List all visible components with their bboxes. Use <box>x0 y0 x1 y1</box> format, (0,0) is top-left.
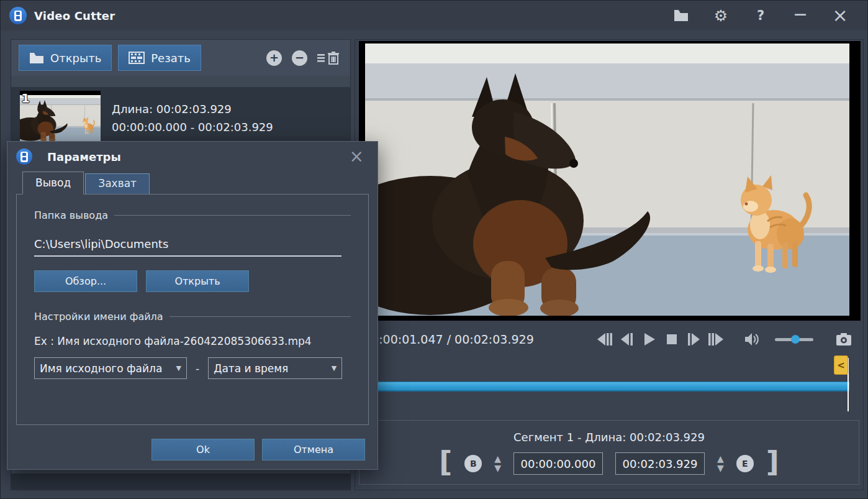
next-keyframe-button[interactable] <box>708 331 725 347</box>
filename-example: Ex : Имя исходного файла-260422085306633… <box>34 335 351 347</box>
segment-start-field[interactable]: 00:00:00.000 <box>513 452 603 475</box>
clear-list-button[interactable] <box>317 52 339 65</box>
dialog-logo-icon <box>16 149 32 165</box>
spin-down-icon[interactable]: ▼ <box>717 465 724 472</box>
stop-button[interactable] <box>663 331 680 347</box>
app-title: Video Cutter <box>34 9 115 22</box>
segment-title: Сегмент 1 - Длина: 00:02:03.929 <box>359 431 859 444</box>
output-path-field[interactable]: C:\Users\lipi\Documents <box>34 237 341 257</box>
cancel-button[interactable]: Отмена <box>262 439 365 460</box>
open-folder-icon[interactable] <box>672 7 690 24</box>
remove-file-button[interactable]: − <box>292 50 307 66</box>
volume-slider-thumb[interactable] <box>791 335 800 344</box>
end-marker-glyph: < <box>837 360 845 371</box>
tab-output[interactable]: Вывод <box>22 172 84 195</box>
app-logo-icon <box>9 7 27 24</box>
set-end-button[interactable]: E <box>736 455 754 472</box>
file-list-toolbar: Открыть Резать + − <box>11 40 350 76</box>
minimize-button[interactable]: — <box>792 7 809 24</box>
video-preview <box>359 41 861 321</box>
previous-frame-button[interactable] <box>618 331 635 347</box>
browse-button[interactable]: Обзор... <box>34 270 137 292</box>
dialog-tabs: Вывод Захват <box>22 172 377 194</box>
trash-icon <box>328 52 339 65</box>
time-display: 00:00:01.047 / 00:02:03.929 <box>364 332 534 346</box>
open-file-button[interactable]: Открыть <box>19 45 112 71</box>
file-thumbnail: 1 <box>20 91 101 145</box>
group-divider <box>114 215 351 216</box>
playback-controls: 00:00:01.047 / 00:02:03.929 <box>355 323 863 355</box>
folder-icon <box>29 52 44 64</box>
video-scene <box>365 43 849 316</box>
title-bar: Video Cutter ⚙ ? — × <box>1 1 867 30</box>
app-window: Video Cutter ⚙ ? — × Открыть <box>0 0 868 499</box>
filmstrip-icon <box>129 52 145 64</box>
file-range-text: 00:00:00.000 - 00:02:03.929 <box>112 121 273 134</box>
cut-label: Резать <box>151 52 191 65</box>
dialog-header: Параметры × <box>7 142 377 172</box>
group-divider <box>170 316 351 317</box>
volume-icon[interactable] <box>744 331 761 347</box>
segment-close-bracket: ] <box>766 452 779 472</box>
open-file-label: Открыть <box>50 52 101 65</box>
chevron-down-icon: ▼ <box>176 364 181 372</box>
spin-up-icon[interactable]: ▲ <box>494 456 501 462</box>
list-icon <box>317 52 326 63</box>
cut-button[interactable]: Резать <box>118 45 201 71</box>
ok-button[interactable]: Ok <box>151 439 255 460</box>
player-panel: 00:00:01.047 / 00:02:03.929 <box>355 39 864 490</box>
open-folder-button[interactable]: Открыть <box>146 270 249 292</box>
add-file-button[interactable]: + <box>266 50 282 66</box>
filename-part2-dropdown[interactable]: Дата и время ▼ <box>208 357 342 379</box>
filename-joiner: - <box>196 362 199 375</box>
timeline: < <box>355 355 863 418</box>
next-frame-button[interactable] <box>685 331 702 347</box>
filename-group-label: Настройки имени файла <box>34 311 163 323</box>
help-icon[interactable]: ? <box>752 7 769 24</box>
set-begin-button[interactable]: B <box>464 455 482 472</box>
play-button[interactable] <box>641 331 658 347</box>
segment-panel: Сегмент 1 - Длина: 00:02:03.929 [ B ▲ ▼ … <box>359 420 859 485</box>
segment-open-bracket: [ <box>439 452 452 472</box>
minus-icon: − <box>295 52 304 63</box>
file-index-badge: 1 <box>21 92 30 104</box>
dialog-title: Параметры <box>47 150 121 163</box>
parameters-dialog: Параметры × Вывод Захват Папка вывода C:… <box>7 141 378 470</box>
timeline-track[interactable] <box>365 382 849 391</box>
plus-icon: + <box>269 52 279 63</box>
spin-down-icon[interactable]: ▼ <box>494 465 501 472</box>
previous-keyframe-button[interactable] <box>596 331 613 347</box>
filename-part1-dropdown[interactable]: Имя исходного файла ▼ <box>34 357 187 379</box>
volume-slider[interactable] <box>775 338 813 341</box>
snapshot-button[interactable] <box>835 331 852 347</box>
settings-gear-icon[interactable]: ⚙ <box>712 7 730 24</box>
segment-end-field[interactable]: 00:02:03.929 <box>615 452 705 475</box>
output-folder-group-label: Папка вывода <box>34 209 108 221</box>
chevron-down-icon: ▼ <box>332 364 337 372</box>
close-button[interactable]: × <box>831 7 849 24</box>
dialog-close-icon[interactable]: × <box>345 148 369 165</box>
spin-up-icon[interactable]: ▲ <box>717 456 724 462</box>
list-footer <box>11 474 350 490</box>
file-length-text: Длина: 00:02:03.929 <box>112 103 273 116</box>
tab-capture[interactable]: Захват <box>85 173 150 194</box>
start-time-spinner[interactable]: ▲ ▼ <box>494 456 501 471</box>
end-time-spinner[interactable]: ▲ ▼ <box>717 456 724 471</box>
file-list-item[interactable]: 1 Длина: 00:02:03.929 00:00:00.000 - 00:… <box>11 87 350 149</box>
output-tab-content: Папка вывода C:\Users\lipi\Documents Обз… <box>16 194 369 425</box>
timeline-end-marker[interactable]: < <box>834 355 848 375</box>
